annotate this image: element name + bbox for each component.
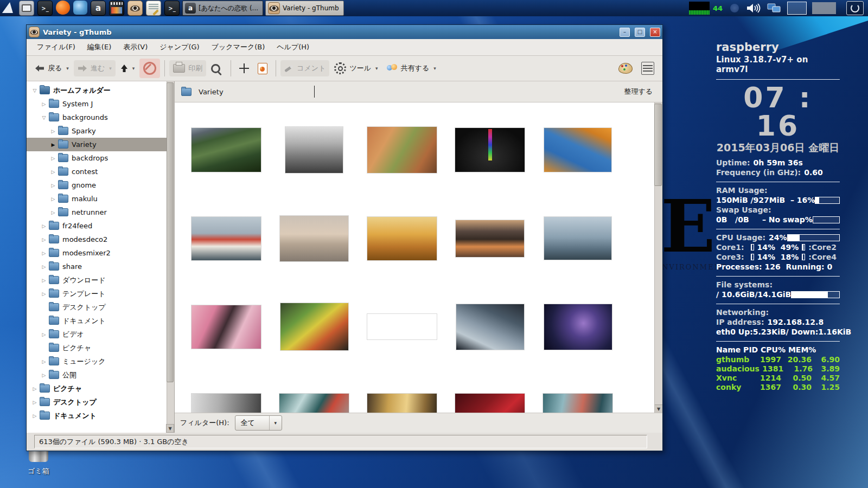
volume-icon[interactable] [746,3,761,14]
organize-button[interactable]: 整理する [620,85,657,99]
back-button[interactable]: 戻る▾ [31,60,73,76]
comment-button[interactable]: コメント [280,60,329,76]
thumbnail-harbor-boats[interactable] [192,217,261,260]
thumbnail-colorful-leaf-fan[interactable] [280,303,348,350]
video-launcher-icon[interactable] [109,1,124,16]
terminal1-launcher-icon[interactable] [37,1,53,16]
expander-collapsed-icon[interactable]: ▷ [31,413,39,419]
gthumb-launcher-icon[interactable] [127,1,143,16]
expander-collapsed-icon[interactable]: ▷ [40,359,48,364]
sidebar-item[interactable]: ▷テンプレート [27,287,174,300]
cpu-graph-icon[interactable] [689,2,710,15]
expander-collapsed-icon[interactable]: ▷ [40,237,48,242]
share-button[interactable]: 共有する▾ [383,60,440,76]
thumbnail-volcano-eruption[interactable] [456,220,524,257]
thumbnail-autumn-birch-sky[interactable] [544,128,611,172]
thumbnail-bridge-statues[interactable] [544,217,611,260]
expander-collapsed-icon[interactable]: ▷ [40,278,48,283]
expander-collapsed-icon[interactable]: ▷ [40,251,48,256]
expander-collapsed-icon[interactable]: ▷ [49,129,57,134]
sidebar-item[interactable]: ▷makulu [27,192,174,206]
sidebar-item[interactable]: ▷ダウンロード [27,273,174,287]
sidebar-item[interactable]: ▷backdrops [27,151,174,165]
expander-collapsed-icon[interactable]: ▷ [40,223,48,229]
sidebar-item[interactable]: ▷gnome [27,178,174,192]
thumbnail-misty-golden-forest[interactable] [367,394,437,414]
expander-collapsed-icon[interactable]: ▷ [49,196,57,202]
task-button[interactable]: a[あなたへの恋歌 (... [182,1,263,16]
sidebar-scroll-thumb[interactable] [167,82,174,382]
expander-collapsed-icon[interactable]: ▷ [49,156,57,161]
view-list-button[interactable] [637,59,658,78]
sidebar-item[interactable]: ▽ホームフォルダー [27,84,174,97]
sidebar-item[interactable]: ▷modesdeco2 [27,233,174,246]
thumbnail-autumn-forest-path[interactable] [367,217,437,260]
bluetooth-icon[interactable] [730,4,739,12]
sidebar-item[interactable]: ▷デスクトップ [27,395,174,409]
thumbnail-camo-leaf-texture[interactable] [367,314,437,339]
sidebar-item[interactable]: ドキュメント [27,314,174,328]
minimize-button[interactable]: – [620,28,630,37]
expander-collapsed-icon[interactable]: ▷ [40,373,48,378]
expander-collapsed-icon[interactable]: ▷ [40,291,48,297]
firefox-launcher-icon[interactable] [56,1,70,15]
print-button[interactable]: 印刷 [169,60,206,76]
menu-item-2[interactable]: 表示(V) [117,40,154,55]
sidebar-item[interactable]: ▷ミュージック [27,355,174,368]
expander-collapsed-icon[interactable]: ▷ [49,210,57,215]
expander-expanded-icon[interactable]: ▽ [40,115,48,120]
expander-collapsed-icon[interactable]: ▷ [40,101,48,107]
slideshow-button[interactable] [254,60,271,78]
close-button[interactable]: × [650,28,660,37]
title-bar[interactable]: Variety - gThumb – □ × [27,25,662,39]
expander-collapsed-icon[interactable]: ▷ [40,264,48,269]
thumbnail-grayscale-building[interactable] [192,394,261,414]
sidebar-item[interactable]: ▷Sparky [27,124,174,138]
forward-button[interactable]: 進む▾ [74,60,116,76]
content-scroll-down-arrow[interactable]: ▼ [655,404,662,413]
menu-item-4[interactable]: ブックマーク(B) [206,40,271,55]
workspace-pager[interactable] [787,2,807,15]
mac-launcher-icon[interactable] [19,1,34,16]
search-button[interactable] [207,61,226,76]
thumbnail-autumn-leaf-closeup[interactable] [367,127,437,173]
sidebar-scroll-down-arrow[interactable]: ▼ [166,424,174,433]
expander-collapsed-icon[interactable]: ▷ [40,332,48,337]
edit-colors-button[interactable] [615,60,636,77]
content-scrollbar[interactable]: ▼ [654,102,662,413]
thumbnail-rainbow-lighter[interactable] [455,128,525,172]
sidebar-item[interactable]: ▽backgrounds [27,111,174,124]
up-button[interactable]: ▾ [117,61,139,76]
thumbnail-view[interactable]: ▼ [175,102,662,413]
thumbnail-satellite-earth[interactable] [456,304,524,350]
sidebar-item[interactable]: ▷fr24feed [27,219,174,233]
terminal2-launcher-icon[interactable] [164,1,180,16]
sidebar-item[interactable]: ▷ドキュメント [27,409,174,422]
content-scroll-thumb[interactable] [654,104,662,186]
network-icon[interactable] [767,2,781,14]
expander-expanded-icon[interactable]: ▽ [31,88,39,93]
menu-item-5[interactable]: ヘルプ(H) [271,40,315,55]
sidebar-scrollbar[interactable]: ▼ [167,81,174,433]
sidebar-item[interactable]: ▷share [27,260,174,273]
sidebar-item[interactable]: デスクトップ [27,300,174,314]
expander-collapsed-icon[interactable]: ▷ [31,400,39,405]
fullscreen-button[interactable] [235,60,253,76]
chromium-launcher-icon[interactable] [73,1,87,15]
sidebar-item[interactable]: ▷ピクチャ [27,382,174,395]
sidebar-item[interactable]: ▷公開 [27,368,174,382]
thumbnail-jungle-waterfall[interactable] [192,128,261,172]
sidebar-item[interactable]: ▶Variety [27,138,174,151]
notes-launcher-icon[interactable] [146,1,161,16]
arrow-logo-launcher-icon[interactable] [2,1,16,15]
sidebar-item[interactable]: ピクチャ [27,341,174,355]
logout-icon[interactable] [846,1,864,15]
expander-selected-icon[interactable]: ▶ [49,142,57,147]
thumbnail-teal-red-berries[interactable] [279,394,349,414]
expander-collapsed-icon[interactable]: ▷ [49,183,57,188]
sidebar-item[interactable]: ▷contest [27,165,174,178]
thumbnail-dark-red-leaves[interactable] [455,394,525,414]
filter-dropdown[interactable]: 全て ▾ [235,415,282,431]
thumbnail-pink-petals-tree[interactable] [192,305,261,349]
sidebar-item[interactable]: ▷System J [27,97,174,111]
